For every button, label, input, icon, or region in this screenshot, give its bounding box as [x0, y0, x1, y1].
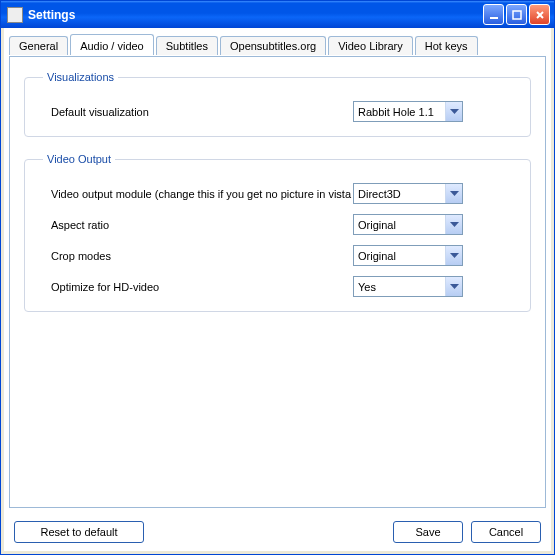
default-visualization-select[interactable]: Rabbit Hole 1.1 — [353, 101, 463, 122]
svg-rect-0 — [490, 17, 498, 19]
crop-modes-select[interactable]: Original — [353, 245, 463, 266]
svg-marker-6 — [450, 222, 459, 227]
tab-audio-video[interactable]: Audio / video — [70, 34, 154, 55]
chevron-down-icon — [445, 102, 462, 121]
tab-opensubtitles[interactable]: Opensubtitles.org — [220, 36, 326, 55]
minimize-button[interactable] — [483, 4, 504, 25]
cancel-button[interactable]: Cancel — [471, 521, 541, 543]
close-icon — [535, 10, 545, 20]
tab-general[interactable]: General — [9, 36, 68, 55]
maximize-icon — [512, 10, 522, 20]
optimize-hd-select[interactable]: Yes — [353, 276, 463, 297]
tab-panel: Visualizations Default visualization Rab… — [9, 56, 546, 508]
optimize-hd-label: Optimize for HD-video — [43, 281, 353, 293]
minimize-icon — [489, 10, 499, 20]
aspect-ratio-value: Original — [354, 219, 445, 231]
video-output-module-label: Video output module (change this if you … — [43, 188, 353, 200]
app-icon — [7, 7, 23, 23]
default-visualization-label: Default visualization — [43, 106, 353, 118]
svg-marker-8 — [450, 284, 459, 289]
crop-modes-label: Crop modes — [43, 250, 353, 262]
video-output-module-select[interactable]: Direct3D — [353, 183, 463, 204]
tab-strip: General Audio / video Subtitles Opensubt… — [4, 28, 551, 54]
video-output-group: Video Output Video output module (change… — [24, 153, 531, 312]
optimize-hd-row: Optimize for HD-video Yes — [43, 276, 512, 297]
svg-marker-7 — [450, 253, 459, 258]
crop-modes-row: Crop modes Original — [43, 245, 512, 266]
close-button[interactable] — [529, 4, 550, 25]
titlebar: Settings — [1, 1, 554, 28]
chevron-down-icon — [445, 277, 462, 296]
settings-window: Settings General Audio / video Subtitles… — [0, 0, 555, 555]
visualizations-group: Visualizations Default visualization Rab… — [24, 71, 531, 137]
aspect-ratio-select[interactable]: Original — [353, 214, 463, 235]
crop-modes-value: Original — [354, 250, 445, 262]
optimize-hd-value: Yes — [354, 281, 445, 293]
svg-marker-4 — [450, 109, 459, 114]
chevron-down-icon — [445, 215, 462, 234]
save-button[interactable]: Save — [393, 521, 463, 543]
tab-subtitles[interactable]: Subtitles — [156, 36, 218, 55]
chevron-down-icon — [445, 184, 462, 203]
default-visualization-value: Rabbit Hole 1.1 — [354, 106, 445, 118]
video-output-module-value: Direct3D — [354, 188, 445, 200]
client-area: General Audio / video Subtitles Opensubt… — [4, 28, 551, 551]
aspect-ratio-row: Aspect ratio Original — [43, 214, 512, 235]
video-output-module-row: Video output module (change this if you … — [43, 183, 512, 204]
visualizations-legend: Visualizations — [43, 71, 118, 83]
tab-video-library[interactable]: Video Library — [328, 36, 413, 55]
default-visualization-row: Default visualization Rabbit Hole 1.1 — [43, 101, 512, 122]
reset-to-default-button[interactable]: Reset to default — [14, 521, 144, 543]
maximize-button[interactable] — [506, 4, 527, 25]
tab-hotkeys[interactable]: Hot keys — [415, 36, 478, 55]
video-output-legend: Video Output — [43, 153, 115, 165]
footer-buttons: Reset to default Save Cancel — [4, 513, 551, 551]
svg-marker-5 — [450, 191, 459, 196]
window-title: Settings — [28, 8, 481, 22]
aspect-ratio-label: Aspect ratio — [43, 219, 353, 231]
chevron-down-icon — [445, 246, 462, 265]
svg-rect-1 — [513, 11, 521, 19]
